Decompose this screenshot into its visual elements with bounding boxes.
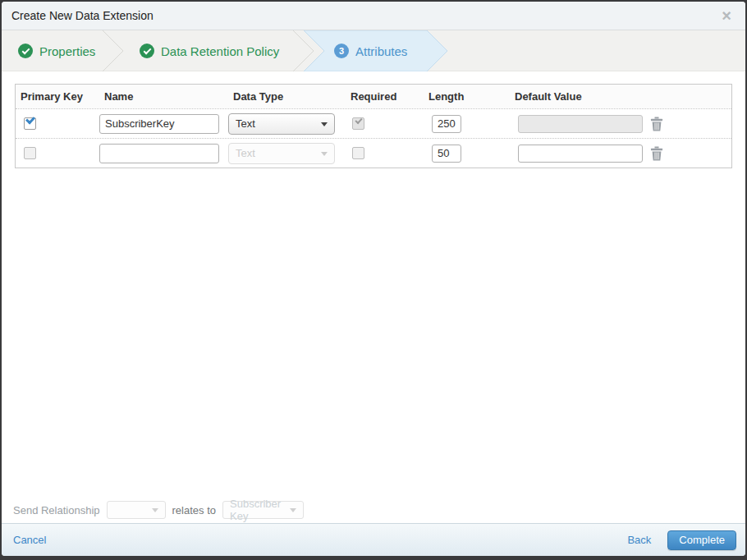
chevron-down-icon (321, 152, 328, 156)
step-label: Attributes (355, 44, 407, 58)
complete-button[interactable]: Complete (667, 530, 736, 550)
data-type-value: Text (236, 117, 255, 130)
required-checkbox (352, 117, 364, 130)
required-checkbox[interactable] (352, 147, 364, 159)
wizard-steps-bar: Properties Data Retention Policy 3 Attri… (2, 30, 745, 71)
header-length: Length (424, 85, 510, 108)
checkbox-check-icon (25, 114, 35, 124)
primary-key-checkbox[interactable] (24, 117, 36, 130)
step-complete-check-icon (18, 44, 33, 58)
relates-to-field-value: Subscriber Key (230, 498, 296, 522)
step-label: Properties (39, 44, 95, 58)
name-input[interactable] (99, 114, 219, 134)
attributes-table-header: Primary Key Name Data Type Required Leng… (16, 85, 731, 108)
chevron-down-icon (321, 122, 328, 126)
length-input[interactable] (432, 145, 461, 163)
checkbox-check-icon (355, 117, 362, 124)
name-input[interactable] (99, 144, 219, 163)
header-default-value: Default Value (510, 85, 645, 108)
primary-key-checkbox[interactable] (24, 147, 36, 159)
default-value-input[interactable] (518, 145, 643, 163)
header-name: Name (99, 85, 228, 108)
data-type-value: Text (236, 147, 255, 159)
step-label: Data Retention Policy (161, 44, 279, 58)
step-number: 3 (339, 46, 344, 56)
step-attributes[interactable]: 3 Attributes (334, 30, 407, 71)
delete-row-trash-icon[interactable] (650, 146, 663, 161)
relates-to-field-select: Subscriber Key (222, 501, 304, 519)
header-data-type: Data Type (228, 85, 346, 108)
step-number-badge: 3 (334, 44, 349, 58)
relates-to-label: relates to (172, 504, 216, 516)
length-input[interactable] (432, 115, 461, 133)
delete-row-trash-icon[interactable] (650, 117, 663, 131)
header-required: Required (346, 85, 424, 108)
dialog-title: Create New Data Extension (11, 9, 154, 22)
close-icon[interactable]: × (717, 7, 736, 25)
step-data-retention-policy[interactable]: Data Retention Policy (140, 30, 279, 71)
cancel-link[interactable]: Cancel (13, 534, 46, 546)
attribute-row-2: Text (16, 138, 731, 168)
attribute-row-1: Text (16, 108, 731, 138)
dialog-footer: Cancel Back Complete (2, 523, 745, 556)
send-relationship-label: Send Relationship (13, 504, 100, 516)
header-primary-key: Primary Key (16, 85, 99, 108)
step-properties[interactable]: Properties (18, 30, 95, 71)
default-value-input (518, 115, 643, 133)
send-relationship-select (107, 501, 166, 519)
step-complete-check-icon (140, 44, 154, 58)
create-data-extension-dialog: Create New Data Extension × Properties D… (2, 2, 745, 556)
back-link[interactable]: Back (627, 534, 651, 546)
data-type-select: Text (228, 143, 335, 164)
attributes-table: Primary Key Name Data Type Required Leng… (15, 84, 732, 168)
send-relationship-row: Send Relationship relates to Subscriber … (2, 497, 745, 523)
data-type-select[interactable]: Text (228, 113, 335, 135)
chevron-down-icon (290, 508, 296, 512)
dialog-titlebar: Create New Data Extension × (2, 2, 745, 30)
chevron-down-icon (152, 508, 158, 512)
header-actions (645, 85, 731, 108)
